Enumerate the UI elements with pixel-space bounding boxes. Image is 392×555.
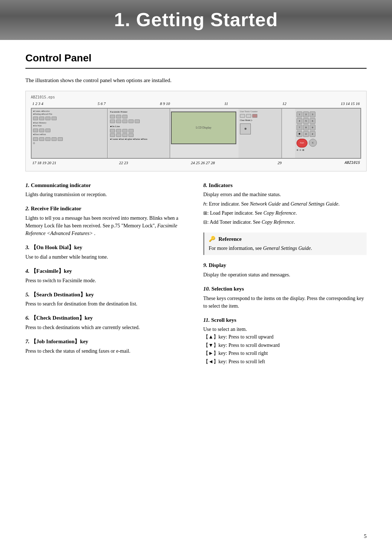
left-bottom-btns [33, 137, 106, 141]
item-3-text: Use to dial a number while hearing tone. [25, 253, 189, 261]
scanner-area: ⊕ [240, 123, 251, 134]
left-small-btns-2 [33, 129, 106, 132]
panel-right-section: 1 2 3 4 5 6 7 8 9 ✱ 0 # Start C [295, 109, 360, 158]
item-11-heading: 11. Scroll keys [203, 316, 367, 324]
scroll-key-left: 【◄】key: Press to scroll left [203, 358, 367, 366]
reference-title: 🔑 Reference [209, 235, 362, 243]
page-content: Control Panel The illustration shows the… [0, 51, 392, 394]
item-7-heading: 7. 【Job Information】key [25, 338, 189, 346]
item-3-heading: 3. 【On Hook Dial】key [25, 244, 189, 252]
item-7: 7. 【Job Information】key Press to check t… [25, 338, 189, 355]
panel-display: LCD Display [171, 112, 236, 144]
item-1-text: Lights during transmission or reception. [25, 191, 189, 198]
item-6-heading: 6. 【Check Destination】key [25, 314, 189, 322]
item-10-heading: 10. Selection keys [203, 285, 367, 293]
panel-mid-left-section: Facsimile Printer ●On Line [109, 109, 170, 158]
hash-btns: ⊛ ⊙ ⊠ [297, 149, 359, 152]
item-8: 8. Indicators Display errors and the mac… [203, 182, 367, 226]
mid-left-btns [110, 115, 168, 118]
item-4-heading: 4. 【Facsimile】key [25, 267, 189, 275]
scroll-key-up: 【▲】key: Press to scroll upward [203, 333, 367, 341]
item-3: 3. 【On Hook Dial】key Use to dial a numbe… [25, 244, 189, 261]
item-8-sub1: ℎ: Error indicator. See Network Guide an… [203, 200, 367, 208]
left-small-btns [33, 117, 106, 120]
diagram-numbers-bottom: 17 18 19 20 21 22 23 24 25 26 27 28 29 A… [31, 160, 361, 166]
description-columns: 1. Communicating indicator Lights during… [25, 182, 367, 372]
reference-box: 🔑 Reference For more information, see Ge… [203, 232, 367, 255]
item-9: 9. Display Display the operation status … [203, 262, 367, 279]
mid-left-row2 [110, 119, 168, 123]
item-5: 5. 【Search Destination】key Press to sear… [25, 291, 189, 308]
item-4-text: Press to switch to Facsimile mode. [25, 277, 189, 284]
mid-left-row3 [110, 129, 168, 133]
item-7-text: Press to check the status of sending fax… [25, 347, 189, 355]
left-column: 1. Communicating indicator Lights during… [25, 182, 189, 372]
chapter-title: 1. Getting Started [114, 6, 278, 33]
item-10: 10. Selection keys These keys correspond… [203, 285, 367, 310]
item-5-heading: 5. 【Search Destination】key [25, 291, 189, 299]
item-6: 6. 【Check Destination】key Press to check… [25, 314, 189, 331]
item-1-heading: 1. Communicating indicator [25, 182, 189, 190]
item-8-text: Display errors and the machine status. [203, 191, 367, 198]
scroll-keys-list: 【▲】key: Press to scroll upward 【▼】key: P… [203, 333, 367, 366]
item-9-text: Display the operation status and message… [203, 271, 367, 279]
panel-body: ●Comm. ●Receive ●Dialing ●Recall File ●S… [31, 108, 361, 159]
item-2-heading: 2. Receive File indicator [25, 205, 189, 213]
item-9-heading: 9. Display [203, 262, 367, 270]
item-5-text: Press to search for destination from the… [25, 300, 189, 308]
scroll-key-right: 【►】key: Press to scroll right [203, 349, 367, 357]
item-8-sub2: ⊞: Load Paper indicator. See Copy Refere… [203, 209, 367, 217]
panel-diagram: ABZ101S.eps 1 2 3 4 5 6 7 8 9 10 11 12 1… [25, 91, 367, 171]
diagram-filename: ABZ101S.eps [31, 95, 361, 100]
item-11-text: Use to select an item. [203, 325, 367, 333]
reference-text: For more information, see General Settin… [209, 244, 362, 252]
right-column: 8. Indicators Display errors and the mac… [203, 182, 367, 372]
item-1: 1. Communicating indicator Lights during… [25, 182, 189, 199]
item-8-heading: 8. Indicators [203, 182, 367, 190]
item-2-text: Lights to tell you a message has been re… [25, 214, 189, 237]
item-10-text: These keys correspond to the items on th… [203, 295, 367, 310]
chapter-header: 1. Getting Started [0, 0, 392, 40]
item-6-text: Press to check destinations which are cu… [25, 324, 189, 331]
reference-icon: 🔑 [209, 236, 216, 242]
section-title: Control Panel [25, 51, 367, 69]
numeric-keypad: 1 2 3 4 5 6 7 8 9 ✱ 0 # [297, 112, 359, 137]
page-number: 5 [364, 532, 367, 540]
start-clear-btns: Start C [297, 139, 359, 147]
panel-left-section: ●Comm. ●Receive ●Dialing ●Recall File ●S… [32, 109, 108, 158]
item-8-sub3: ⊟: Add Toner indicator. See Copy Referen… [203, 218, 367, 226]
diagram-numbers-top: 1 2 3 4 5 6 7 8 9 10 11 12 13 14 15 16 [31, 101, 361, 107]
intro-text: The illustration shows the control panel… [25, 77, 367, 85]
item-2: 2. Receive File indicator Lights to tell… [25, 205, 189, 237]
scroll-key-down: 【▼】key: Press to scroll downward [203, 341, 367, 349]
panel-mid-right-section: User Tools/ Counter Clear Mode ▷ ⊕ [238, 109, 282, 158]
mid-left-row4 [110, 133, 168, 137]
item-11: 11. Scroll keys Use to select an item. 【… [203, 316, 367, 366]
mid-right-btns [240, 114, 280, 118]
item-4: 4. 【Facsimile】key Press to switch to Fac… [25, 267, 189, 284]
